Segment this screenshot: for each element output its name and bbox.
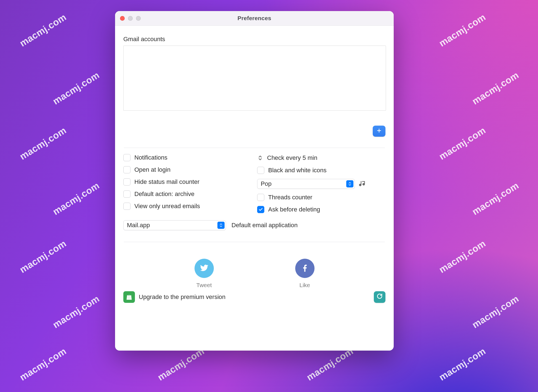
notification-sound-value: Pop bbox=[261, 180, 271, 187]
default-action-archive-checkbox[interactable] bbox=[123, 190, 130, 198]
plus-icon bbox=[377, 128, 382, 135]
twitter-icon bbox=[199, 263, 209, 274]
section-divider bbox=[124, 242, 385, 242]
options-right-column: Check every 5 min Black and white icons … bbox=[257, 154, 385, 213]
default-email-app-label: Default email application bbox=[231, 222, 298, 229]
shopping-bag-icon bbox=[123, 291, 135, 303]
refresh-icon bbox=[376, 293, 383, 301]
notifications-checkbox[interactable] bbox=[123, 154, 130, 161]
open-at-login-label: Open at login bbox=[134, 166, 171, 173]
default-email-app-select[interactable]: Mail.app bbox=[123, 220, 226, 230]
tweet-label: Tweet bbox=[196, 282, 212, 288]
window-close-button[interactable] bbox=[120, 16, 125, 21]
facebook-icon bbox=[300, 263, 310, 274]
window-title: Preferences bbox=[238, 15, 271, 22]
default-action-archive-label: Default action: archive bbox=[134, 190, 195, 198]
music-note-icon bbox=[359, 180, 367, 188]
check-interval-stepper[interactable] bbox=[257, 154, 263, 162]
ask-before-deleting-label: Ask before deleting bbox=[268, 206, 320, 213]
ask-before-deleting-checkbox[interactable] bbox=[257, 206, 264, 213]
notifications-label: Notifications bbox=[134, 154, 167, 161]
refresh-button[interactable] bbox=[374, 291, 385, 303]
social-row: Tweet Like bbox=[123, 259, 385, 288]
upgrade-link[interactable]: Upgrade to the premium version bbox=[123, 291, 225, 303]
gmail-accounts-list[interactable] bbox=[123, 46, 386, 111]
like-label: Like bbox=[299, 282, 310, 288]
notification-sound-select[interactable]: Pop bbox=[257, 179, 355, 189]
threads-counter-label: Threads counter bbox=[268, 194, 312, 201]
gmail-accounts-label: Gmail accounts bbox=[123, 36, 385, 43]
add-account-button[interactable] bbox=[373, 126, 385, 137]
hide-status-counter-label: Hide status mail counter bbox=[134, 178, 199, 186]
tweet-button[interactable] bbox=[195, 259, 214, 278]
open-at-login-checkbox[interactable] bbox=[123, 166, 130, 173]
titlebar[interactable]: Preferences bbox=[115, 11, 394, 26]
window-controls bbox=[120, 11, 141, 25]
view-only-unread-label: View only unread emails bbox=[134, 203, 200, 210]
like-button[interactable] bbox=[295, 259, 315, 278]
default-email-app-value: Mail.app bbox=[127, 222, 150, 229]
window-minimize-button[interactable] bbox=[128, 16, 133, 21]
options-left-column: Notifications Open at login Hide status … bbox=[123, 154, 252, 213]
bw-icons-label: Black and white icons bbox=[268, 167, 327, 174]
window-zoom-button[interactable] bbox=[136, 16, 141, 21]
view-only-unread-checkbox[interactable] bbox=[123, 203, 130, 210]
check-interval-label: Check every 5 min bbox=[267, 154, 317, 161]
threads-counter-checkbox[interactable] bbox=[257, 194, 264, 201]
preferences-window: Preferences Gmail accounts Notifications… bbox=[115, 11, 394, 351]
chevrons-icon bbox=[346, 180, 353, 187]
bw-icons-checkbox[interactable] bbox=[257, 167, 264, 174]
chevrons-icon bbox=[217, 222, 225, 229]
section-divider bbox=[124, 148, 385, 148]
preferences-content: Gmail accounts Notifications Open at log… bbox=[115, 26, 394, 308]
hide-status-counter-checkbox[interactable] bbox=[123, 178, 130, 186]
upgrade-label: Upgrade to the premium version bbox=[139, 293, 225, 301]
